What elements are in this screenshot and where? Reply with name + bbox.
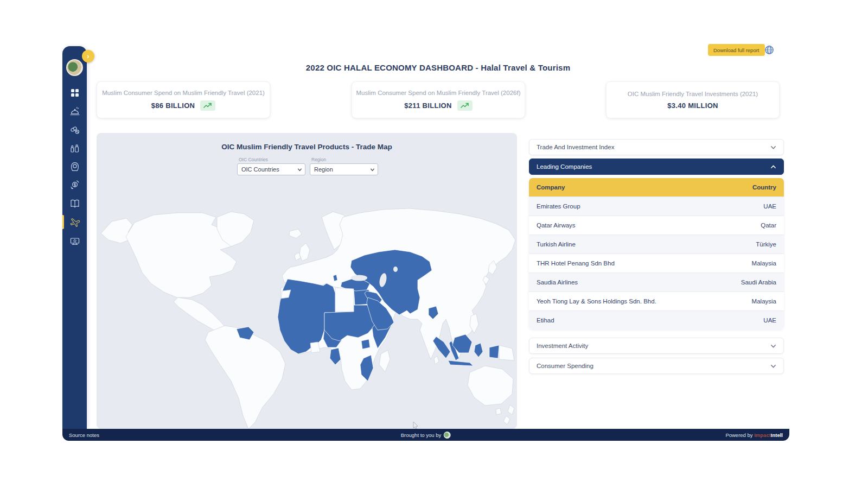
stat-value: $86 BILLION: [151, 102, 195, 110]
sidebar-item-halal-food[interactable]: [62, 102, 87, 121]
company-cell: Saudia Airlines: [537, 279, 578, 286]
accordion-trade-investment-index[interactable]: Trade And Investment Index: [529, 139, 784, 155]
accordion-label: Trade And Investment Index: [537, 144, 614, 150]
halal-food-icon: [69, 106, 80, 117]
stat-label: Muslim Consumer Spend on Muslim Friendly…: [356, 90, 521, 96]
accordion-label: Leading Companies: [537, 163, 592, 170]
powered-by-label: Powered by: [725, 432, 752, 438]
country-cell: UAE: [763, 203, 776, 210]
brand-impact: Impact: [754, 432, 771, 438]
company-cell: Etihad: [537, 317, 554, 324]
stat-label: Muslim Consumer Spend on Muslim Friendly…: [102, 90, 265, 96]
travel-tourism-icon: [69, 217, 80, 227]
country-column-header: Country: [752, 184, 776, 191]
black-sea: [351, 275, 367, 281]
sidebar-item-modest-fashion[interactable]: [62, 157, 87, 176]
accordion-consumer-spending[interactable]: Consumer Spending: [529, 358, 784, 374]
media-screen-icon: [69, 235, 80, 246]
brand-intell: Intell: [771, 432, 783, 438]
map-title: OIC Muslim Friendly Travel Products - Tr…: [97, 143, 517, 151]
land-sri-lanka: [434, 356, 439, 364]
land-australia: [468, 366, 513, 405]
oic-gabon: [330, 348, 341, 365]
sidebar: [62, 46, 87, 429]
oic-countries-filter: OIC Countries OIC Countries: [237, 157, 305, 175]
filter-label: Region: [311, 157, 378, 162]
stat-label: OIC Muslim Friendly Travel Investments (…: [628, 91, 758, 97]
oic-countries-select[interactable]: OIC Countries: [237, 163, 305, 175]
country-cell: Saudi Arabia: [741, 279, 776, 286]
dashboard-page: › 2022 OIC HALAL ECONOMY DASHBOARD - Hal…: [0, 0, 868, 488]
pharmaceuticals-icon: [69, 124, 80, 135]
stat-value: $3.40 MILLION: [667, 102, 718, 110]
table-row: Yeoh Tiong Lay & Sons Holdings Sdn. Bhd.…: [529, 291, 784, 310]
brought-by-label: Brought to you by: [401, 432, 441, 438]
islamic-finance-icon: [69, 180, 80, 191]
org-logo: [66, 59, 83, 76]
country-cell: Malaysia: [752, 298, 776, 305]
stat-card-spend-2026f: Muslim Consumer Spend on Muslim Friendly…: [352, 81, 525, 118]
cosmetics-icon: [69, 143, 80, 154]
media-book-icon: [69, 198, 80, 209]
sidebar-item-media-screen[interactable]: [62, 231, 87, 250]
oic-sulawesi: [474, 343, 483, 357]
land-madagascar: [379, 350, 390, 372]
table-row: Etihad UAE: [529, 310, 784, 329]
sidebar-item-travel-tourism[interactable]: [62, 213, 87, 231]
trend-up-icon: [200, 100, 215, 111]
table-row: Turkish Airline Türkiye: [529, 235, 784, 253]
stat-card-spend-2021: Muslim Consumer Spend on Muslim Friendly…: [97, 81, 270, 118]
chevron-up-icon: [770, 164, 776, 170]
modest-fashion-icon: [69, 161, 80, 172]
stat-value: $211 BILLION: [404, 102, 451, 110]
table-row: THR Hotel Penang Sdn Bhd Malaysia: [529, 253, 784, 272]
trade-map-panel: OIC Muslim Friendly Travel Products - Tr…: [97, 133, 517, 429]
land-uk: [299, 243, 310, 261]
company-cell: Turkish Airline: [537, 241, 576, 248]
page-title: 2022 OIC HALAL ECONOMY DASHBOARD - Halal…: [87, 63, 789, 72]
dashboard-grid-icon: [69, 87, 80, 98]
table-row: Qatar Airways Qatar: [529, 216, 784, 235]
chevron-down-icon: [770, 363, 776, 369]
land-png: [499, 345, 514, 360]
company-cell: Qatar Airways: [537, 222, 576, 229]
sidebar-item-islamic-finance[interactable]: [62, 176, 87, 194]
accordion-label: Consumer Spending: [537, 363, 593, 369]
world-trade-map[interactable]: [97, 179, 517, 429]
oic-java: [448, 360, 473, 366]
footer-bar: Source notes Brought to you by Powered b…: [62, 429, 789, 441]
company-cell: THR Hotel Penang Sdn Bhd: [537, 260, 615, 267]
country-cell: Türkiye: [756, 241, 776, 248]
accordion-leading-companies[interactable]: Leading Companies: [529, 159, 784, 175]
company-column-header: Company: [537, 184, 565, 191]
accordion-investment-activity[interactable]: Investment Activity: [529, 338, 784, 354]
land-new-zealand: [508, 405, 514, 415]
company-cell: Yeoh Tiong Lay & Sons Holdings Sdn. Bhd.: [537, 298, 656, 305]
land-libya-gap: [335, 288, 354, 312]
download-report-button[interactable]: Download full report: [708, 44, 765, 56]
table-row: Saudia Airlines Saudi Arabia: [529, 272, 784, 291]
stat-card-investments-2021: OIC Muslim Friendly Travel Investments (…: [606, 81, 780, 118]
trend-up-icon: [457, 100, 473, 111]
region-filter: Region Region: [310, 157, 378, 175]
land-iceland: [289, 229, 302, 238]
oic-west-papua: [489, 345, 499, 358]
language-globe-icon[interactable]: [764, 45, 774, 55]
region-select[interactable]: Region: [310, 163, 378, 175]
land-south-america: [205, 326, 285, 429]
sidebar-expand-button[interactable]: ›: [82, 50, 94, 62]
sidebar-item-dashboard[interactable]: [62, 84, 87, 102]
source-notes-link[interactable]: Source notes: [69, 432, 99, 438]
filter-label: OIC Countries: [239, 157, 305, 162]
table-header-row: Company Country: [529, 178, 784, 197]
country-cell: Qatar: [761, 222, 776, 229]
sidebar-item-cosmetics[interactable]: [62, 139, 87, 157]
sidebar-item-media-book[interactable]: [62, 194, 87, 213]
aral-sea: [393, 267, 398, 272]
leading-companies-table: Company Country Emirates Group UAE Qatar…: [529, 178, 784, 329]
country-cell: UAE: [763, 317, 776, 324]
companies-table-body: Emirates Group UAE Qatar Airways Qatar T…: [529, 197, 784, 329]
country-cell: Malaysia: [752, 260, 776, 267]
brought-by-logo: [444, 432, 451, 439]
sidebar-item-pharmaceuticals[interactable]: [62, 121, 87, 139]
